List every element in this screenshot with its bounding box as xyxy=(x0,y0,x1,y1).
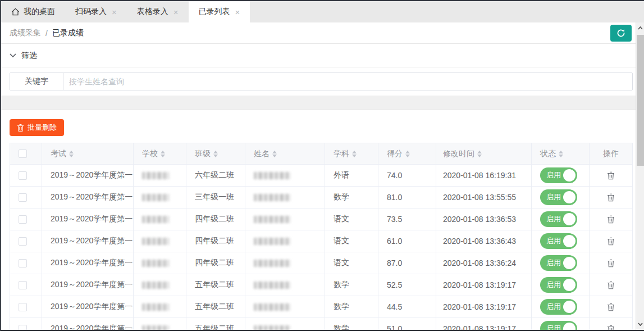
close-icon[interactable]: × xyxy=(112,8,117,16)
cell-text-score: 73.5 xyxy=(387,215,402,224)
cell-name xyxy=(245,165,325,186)
filter-body: 关键字 xyxy=(1,67,644,96)
row-checkbox[interactable] xyxy=(19,215,27,224)
sort-carets-icon[interactable] xyxy=(405,151,410,157)
sort-carets-icon[interactable] xyxy=(272,151,277,157)
cell-text-subject: 语文 xyxy=(334,258,349,268)
header-cell-checkbox[interactable] xyxy=(10,143,42,164)
status-label: 启用 xyxy=(546,324,561,331)
status-toggle[interactable]: 启用 xyxy=(540,277,577,293)
cell-exam: 2019～2020学年度第一... xyxy=(42,165,134,186)
sort-carets-icon[interactable] xyxy=(352,151,357,157)
cell-score: 87.0 xyxy=(378,252,436,274)
breadcrumb-current: 已录成绩 xyxy=(52,28,84,38)
header-cell-exam[interactable]: 考试 xyxy=(42,143,134,164)
status-label: 启用 xyxy=(546,258,561,268)
status-toggle[interactable]: 启用 xyxy=(540,167,577,183)
select-all-checkbox[interactable] xyxy=(19,149,27,158)
cell-text-clazz: 五年级二班 xyxy=(195,302,234,312)
toggle-knob xyxy=(563,323,576,331)
delete-row-trash-icon[interactable] xyxy=(607,171,615,180)
table-row: 2019～2020学年度第一...五年级二班数学52.52020-01-08 1… xyxy=(10,274,633,296)
cell-text-mtime: 2020-01-08 13:19:17 xyxy=(443,280,516,289)
delete-row-trash-icon[interactable] xyxy=(607,303,615,311)
breadcrumb-parent[interactable]: 成绩采集 xyxy=(10,28,41,38)
status-toggle[interactable]: 启用 xyxy=(540,321,577,331)
cell-text-score: 74.0 xyxy=(387,171,402,180)
header-cell-name[interactable]: 姓名 xyxy=(245,143,325,164)
cell-score: 73.5 xyxy=(378,208,436,230)
cell-exam: 2019～2020学年度第一... xyxy=(42,252,134,274)
close-icon[interactable]: × xyxy=(173,8,179,16)
cell-text-exam: 2019～2020学年度第一... xyxy=(51,280,134,290)
cell-exam: 2019～2020学年度第一... xyxy=(42,318,134,331)
delete-row-trash-icon[interactable] xyxy=(607,325,615,331)
status-toggle[interactable]: 启用 xyxy=(540,255,577,271)
cell-op xyxy=(590,274,633,296)
delete-row-trash-icon[interactable] xyxy=(607,193,615,202)
scrollbar-thumb[interactable] xyxy=(637,35,644,166)
sort-carets-icon[interactable] xyxy=(559,151,563,157)
toggle-knob xyxy=(563,301,576,313)
column-label: 学科 xyxy=(334,149,349,159)
row-checkbox[interactable] xyxy=(19,193,27,202)
sort-carets-icon[interactable] xyxy=(161,151,165,157)
tab-表格录入[interactable]: 表格录入× xyxy=(127,1,189,22)
row-checkbox[interactable] xyxy=(19,303,27,311)
status-label: 启用 xyxy=(546,236,561,246)
status-toggle[interactable]: 启用 xyxy=(540,189,577,205)
row-checkbox[interactable] xyxy=(19,325,27,331)
sort-carets-icon[interactable] xyxy=(69,151,74,157)
results-table: 考试学校班级姓名学科得分修改时间状态操作2019～2020学年度第一...六年级… xyxy=(10,143,633,331)
sort-carets-icon[interactable] xyxy=(213,151,218,157)
status-toggle[interactable]: 启用 xyxy=(540,233,577,249)
cell-mtime: 2020-01-08 13:19:17 xyxy=(436,296,532,318)
tab-我的桌面[interactable]: 我的桌面 xyxy=(1,1,65,22)
cell-subject: 数学 xyxy=(325,318,378,331)
tab-label: 我的桌面 xyxy=(24,7,55,17)
header-cell-status[interactable]: 状态 xyxy=(532,143,590,164)
tab-扫码录入[interactable]: 扫码录入× xyxy=(65,1,127,22)
filter-section-toggle[interactable]: 筛选 xyxy=(1,44,644,67)
toggle-knob xyxy=(563,235,576,247)
delete-row-trash-icon[interactable] xyxy=(607,259,615,267)
column-label: 状态 xyxy=(540,149,556,159)
header-cell-score[interactable]: 得分 xyxy=(378,143,436,164)
cell-school xyxy=(134,230,186,252)
status-toggle[interactable]: 启用 xyxy=(540,211,577,227)
refresh-button[interactable] xyxy=(610,25,632,42)
cell-name xyxy=(245,274,325,296)
column-label: 修改时间 xyxy=(443,149,474,159)
header-cell-mtime[interactable]: 修改时间 xyxy=(436,143,532,164)
column-label: 考试 xyxy=(51,149,66,159)
batch-delete-button[interactable]: 批量删除 xyxy=(10,119,64,136)
toggle-knob xyxy=(563,169,576,182)
cell-text-subject: 数学 xyxy=(334,280,349,290)
keyword-filter-row: 关键字 xyxy=(10,72,633,90)
scroll-up-arrow-icon[interactable] xyxy=(636,24,644,33)
delete-row-trash-icon[interactable] xyxy=(607,281,615,289)
status-toggle[interactable]: 启用 xyxy=(540,299,577,315)
sort-carets-icon[interactable] xyxy=(477,151,482,157)
cell-mtime: 2020-01-08 13:36:43 xyxy=(436,230,532,252)
vertical-scrollbar[interactable] xyxy=(636,22,644,330)
row-checkbox[interactable] xyxy=(19,171,27,180)
cell-status: 启用 xyxy=(532,208,590,230)
delete-row-trash-icon[interactable] xyxy=(607,215,615,224)
tab-已录列表[interactable]: 已录列表× xyxy=(189,1,250,22)
cell-subject: 数学 xyxy=(325,296,378,318)
scroll-down-arrow-icon[interactable] xyxy=(636,320,644,329)
header-cell-school[interactable]: 学校 xyxy=(134,143,186,164)
header-cell-clazz[interactable]: 班级 xyxy=(186,143,245,164)
cell-text-exam: 2019～2020学年度第一... xyxy=(51,214,134,224)
header-cell-subject[interactable]: 学科 xyxy=(325,143,378,164)
keyword-input[interactable] xyxy=(63,73,632,90)
row-checkbox[interactable] xyxy=(19,259,27,267)
cell-op xyxy=(590,165,633,186)
row-checkbox[interactable] xyxy=(19,237,27,246)
cell-mtime: 2020-01-08 13:19:17 xyxy=(436,274,532,296)
cell-subject: 语文 xyxy=(325,252,378,274)
close-icon[interactable]: × xyxy=(235,8,240,16)
delete-row-trash-icon[interactable] xyxy=(607,237,615,246)
row-checkbox[interactable] xyxy=(19,281,27,289)
